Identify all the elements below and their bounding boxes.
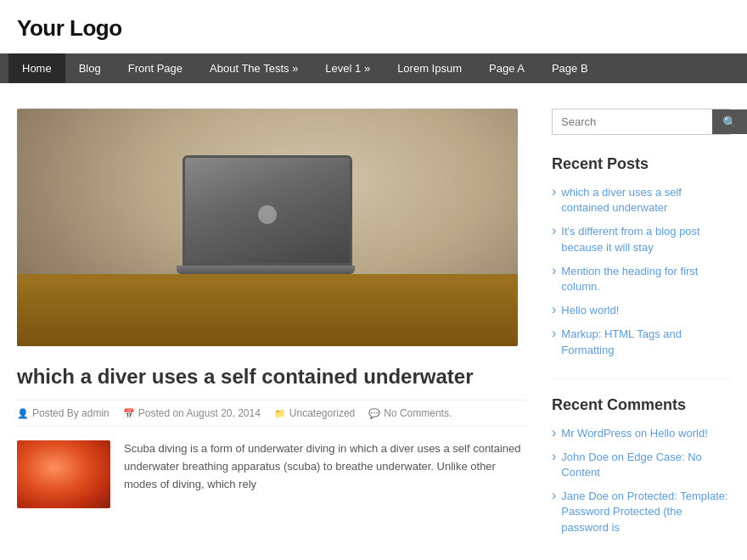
- recent-comments-title: Recent Comments: [552, 396, 730, 414]
- list-item: Jane Doe on Protected: Template: Passwor…: [552, 489, 730, 535]
- post-thumbnail: [17, 440, 110, 508]
- divider: [552, 378, 730, 379]
- nav-item[interactable]: Lorem Ipsum: [384, 53, 475, 83]
- recent-comment-link[interactable]: John Doe on Edge Case: No Content: [561, 450, 730, 480]
- laptop-screen: [183, 155, 352, 266]
- comments-icon: 💬: [368, 408, 380, 419]
- nav-item[interactable]: Blog: [65, 53, 115, 83]
- list-item: Markup: HTML Tags and Formatting: [552, 327, 730, 357]
- recent-post-link[interactable]: which a diver uses a self contained unde…: [561, 185, 730, 216]
- apple-logo: [258, 205, 277, 224]
- recent-posts-title: Recent Posts: [552, 155, 730, 173]
- nav-link[interactable]: Blog: [65, 53, 115, 83]
- site-header: Your Logo: [0, 0, 747, 53]
- list-item: John Doe on Edge Case: No Content: [552, 450, 730, 480]
- site-logo: Your Logo: [17, 15, 730, 42]
- nav-item[interactable]: Front Page: [115, 53, 196, 83]
- list-item: Mr WordPress on Hello world!: [552, 426, 730, 441]
- post-date: 📅 Posted on August 20, 2014: [123, 407, 261, 419]
- recent-post-link[interactable]: It's different from a blog post because …: [561, 224, 730, 255]
- nav-item[interactable]: Level 1 »: [312, 53, 384, 83]
- search-input[interactable]: [553, 109, 712, 134]
- nav-item[interactable]: Home: [8, 53, 65, 83]
- author-icon: 👤: [17, 408, 29, 419]
- post-meta: 👤 Posted By admin 📅 Posted on August 20,…: [17, 400, 526, 427]
- main-content: which a diver uses a self contained unde…: [17, 109, 526, 556]
- search-button[interactable]: 🔍: [712, 109, 747, 134]
- nav-item[interactable]: Page A: [475, 53, 538, 83]
- recent-comments-list: Mr WordPress on Hello world!John Doe on …: [552, 426, 730, 535]
- nav-link[interactable]: About The Tests »: [196, 53, 312, 83]
- page-container: which a diver uses a self contained unde…: [0, 83, 747, 560]
- nav-link[interactable]: Level 1 »: [312, 53, 384, 83]
- category-icon: 📁: [274, 408, 286, 419]
- recent-comment-link[interactable]: Jane Doe on Protected: Template: Passwor…: [561, 489, 730, 535]
- nav-item[interactable]: Page B: [538, 53, 602, 83]
- nav-link[interactable]: Page B: [538, 53, 602, 83]
- laptop-base: [177, 266, 355, 274]
- list-item: Mention the heading for first column.: [552, 264, 730, 294]
- post-comments: 💬 No Comments.: [368, 407, 452, 419]
- nav-link[interactable]: Lorem Ipsum: [384, 53, 475, 83]
- nav-link[interactable]: Front Page: [115, 53, 196, 83]
- post-excerpt: Scuba diving is a form of underwater div…: [124, 440, 526, 508]
- list-item: Hello world!: [552, 303, 730, 318]
- featured-image: [17, 109, 518, 346]
- list-item: which a diver uses a self contained unde…: [552, 185, 730, 216]
- post-title[interactable]: which a diver uses a self contained unde…: [17, 363, 526, 389]
- recent-comment-link[interactable]: Mr WordPress on Hello world!: [561, 426, 707, 441]
- nav-link[interactable]: Page A: [475, 53, 538, 83]
- post-author: 👤 Posted By admin: [17, 407, 110, 419]
- post-excerpt-row: Scuba diving is a form of underwater div…: [17, 440, 526, 508]
- recent-post-link[interactable]: Markup: HTML Tags and Formatting: [561, 327, 730, 357]
- recent-posts-list: which a diver uses a self contained unde…: [552, 185, 730, 358]
- nav-link[interactable]: Home: [8, 53, 65, 83]
- nav-item[interactable]: About The Tests »: [196, 53, 312, 83]
- recent-post-link[interactable]: Hello world!: [561, 303, 619, 318]
- main-nav: HomeBlogFront PageAbout The Tests »Level…: [0, 53, 747, 83]
- recent-post-link[interactable]: Mention the heading for first column.: [561, 264, 730, 294]
- sidebar: 🔍 Recent Posts which a diver uses a self…: [552, 109, 730, 556]
- date-icon: 📅: [123, 408, 135, 419]
- post-category: 📁 Uncategorized: [274, 407, 355, 419]
- list-item: It's different from a blog post because …: [552, 224, 730, 255]
- sidebar-search[interactable]: 🔍: [552, 109, 730, 135]
